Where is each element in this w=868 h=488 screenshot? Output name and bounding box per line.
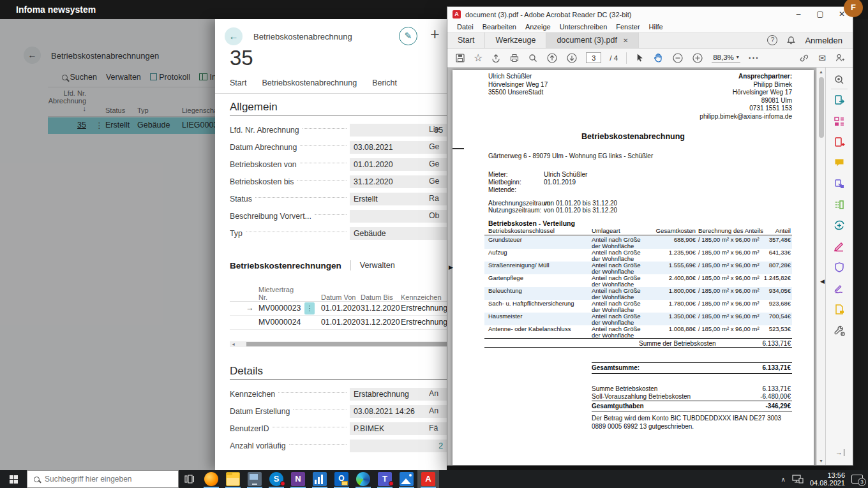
- tab-bericht[interactable]: Bericht: [372, 78, 397, 87]
- search-tools-icon[interactable]: [834, 74, 845, 85]
- part-verwalten-action[interactable]: Verwalten: [360, 261, 395, 270]
- hand-tool-icon[interactable]: [653, 52, 664, 63]
- scrollbar-thumb[interactable]: [819, 77, 824, 138]
- network-icon[interactable]: [792, 475, 804, 484]
- stamp-doc-icon[interactable]: [834, 304, 845, 315]
- request-signature-icon[interactable]: [835, 53, 845, 63]
- pdf-recipient-address: Ulrich SchüßlerHörvelsinger Weg 1735500 …: [488, 73, 548, 97]
- menu-anzeige[interactable]: Anzeige: [521, 23, 555, 31]
- next-page-icon[interactable]: [566, 52, 578, 64]
- section-details-heading[interactable]: Details: [230, 365, 263, 378]
- part-col-bis[interactable]: Datum Bis: [361, 293, 393, 301]
- combine-files-icon[interactable]: [834, 178, 845, 189]
- scrollbar-thumb[interactable]: [246, 342, 447, 346]
- tab-document[interactable]: document (3).pdf ✕: [546, 33, 639, 48]
- select-tool-icon[interactable]: [635, 53, 645, 63]
- part-row-1[interactable]: → MV0000023 ⋮ 01.01.2020 31.12.2020 Erst…: [230, 302, 447, 315]
- row-menu-icon[interactable]: ⋮: [304, 302, 315, 314]
- certificates-icon[interactable]: [834, 283, 845, 294]
- maximize-button[interactable]: ▢: [809, 7, 831, 22]
- tab-close-icon[interactable]: ✕: [623, 37, 628, 44]
- taskbar-photos-button[interactable]: [396, 470, 417, 488]
- tab-acrobat-werkzeuge[interactable]: Werkzeuge: [485, 33, 546, 48]
- start-button[interactable]: [0, 470, 27, 488]
- previous-page-icon[interactable]: [546, 52, 558, 64]
- part-heading[interactable]: Betriebskostenrechnungen: [230, 261, 341, 270]
- menu-fenster[interactable]: Fenster: [611, 23, 644, 31]
- part-col-kz[interactable]: Kennzeichen: [401, 293, 442, 301]
- menu-hilfe[interactable]: Hilfe: [645, 23, 668, 31]
- zoom-level-dropdown[interactable]: 88,3%▾: [712, 54, 740, 63]
- scroll-down-icon[interactable]: ▼: [819, 459, 823, 463]
- pdf-page[interactable]: Ulrich SchüßlerHörvelsinger Weg 1735500 …: [453, 70, 814, 465]
- acrobat-app-icon: A: [453, 10, 461, 18]
- tab-betriebskostenabrechnung[interactable]: Betriebskostenabrechnung: [262, 78, 357, 87]
- taskbar-firefox-button[interactable]: [200, 470, 222, 488]
- taskbar-acrobat-button[interactable]: A: [417, 470, 439, 488]
- acrobat-titlebar[interactable]: A document (3).pdf - Adobe Acrobat Reade…: [447, 7, 853, 22]
- taskbar-onenote-button[interactable]: N: [287, 470, 309, 488]
- edit-button[interactable]: ✎: [399, 27, 417, 45]
- part-horizontal-scrollbar[interactable]: ◄: [230, 341, 447, 347]
- share-icon[interactable]: [491, 53, 501, 63]
- taskbar-search[interactable]: [27, 470, 179, 488]
- section-allgemein-heading[interactable]: Allgemein: [230, 101, 278, 114]
- more-tools-icon[interactable]: [834, 325, 845, 336]
- page-number-input[interactable]: 3: [586, 52, 601, 63]
- taskbar-search-input[interactable]: [45, 475, 160, 484]
- taskbar-outlook-button[interactable]: O: [331, 470, 352, 488]
- tools-panel-collapse-icon[interactable]: ◀: [820, 278, 825, 285]
- signin-link[interactable]: Anmelden: [805, 36, 842, 45]
- infoma-list-page: ← Betriebskostenabrechnungen Suchen Verw…: [0, 19, 215, 470]
- taskbar-explorer-button[interactable]: [222, 470, 244, 488]
- print-icon[interactable]: [509, 53, 520, 63]
- find-icon[interactable]: [528, 53, 538, 63]
- organize-pages-icon[interactable]: [834, 115, 845, 127]
- compress-pdf-icon[interactable]: [834, 199, 845, 211]
- taskbar-dynamics-button[interactable]: [309, 470, 331, 488]
- part-col-nr[interactable]: MietvertragNr.: [258, 286, 294, 301]
- card-back-button[interactable]: ←: [225, 27, 243, 45]
- create-pdf-icon[interactable]: [834, 137, 845, 148]
- panel-expand-icon[interactable]: →: [835, 449, 844, 456]
- taskbar-remote-desktop-button[interactable]: [244, 470, 266, 488]
- field-anzahl-vorlaeufig-link[interactable]: 2: [350, 440, 447, 452]
- protect-pdf-icon[interactable]: [834, 262, 845, 273]
- menu-bearbeiten[interactable]: Bearbeiten: [478, 23, 521, 31]
- part-row-nr[interactable]: MV0000023: [258, 304, 301, 313]
- taskbar-edge-button[interactable]: [352, 470, 374, 488]
- menu-datei[interactable]: Datei: [453, 23, 478, 31]
- convert-pdf-icon[interactable]: [834, 219, 845, 231]
- new-record-button[interactable]: +: [430, 25, 440, 43]
- part-row-nr[interactable]: MV0000024: [258, 318, 301, 327]
- comment-icon[interactable]: [834, 157, 845, 168]
- taskbar-skype-button[interactable]: S: [266, 470, 287, 488]
- field-typ-input[interactable]: Gebäude: [350, 227, 447, 240]
- help-icon[interactable]: ?: [767, 35, 777, 45]
- part-col-von[interactable]: Datum Von: [321, 293, 355, 301]
- share-link-icon[interactable]: [799, 53, 809, 63]
- menu-unterschreiben[interactable]: Unterschreiben: [555, 23, 612, 31]
- notifications-bell-icon[interactable]: [786, 36, 796, 45]
- taskbar-teams-button[interactable]: T: [374, 470, 396, 488]
- task-view-button[interactable]: [179, 470, 200, 488]
- export-pdf-icon[interactable]: [834, 94, 845, 106]
- minimize-button[interactable]: –: [788, 7, 809, 22]
- nav-panel-expand-icon[interactable]: ▶: [449, 264, 453, 270]
- scroll-up-icon[interactable]: ▲: [819, 70, 823, 74]
- email-icon[interactable]: ✉: [818, 53, 826, 63]
- part-row-2[interactable]: MV0000024 01.01.2020 31.12.2020 Erstrech…: [230, 316, 447, 329]
- taskbar-clock[interactable]: 13:56 04.08.2021: [810, 471, 845, 487]
- zoom-in-icon[interactable]: [692, 52, 703, 64]
- action-center-icon[interactable]: 3: [851, 475, 863, 484]
- tab-start[interactable]: Start: [230, 78, 246, 87]
- tray-chevron-icon[interactable]: ∧: [781, 476, 786, 483]
- scroll-left-icon[interactable]: ◄: [231, 341, 236, 347]
- save-icon[interactable]: [455, 53, 465, 63]
- toolbar-overflow-icon[interactable]: ···: [749, 53, 760, 63]
- tab-acrobat-start[interactable]: Start: [447, 33, 485, 48]
- document-vertical-scrollbar[interactable]: ▲ ▼: [816, 68, 825, 465]
- fill-sign-icon[interactable]: [834, 240, 845, 252]
- zoom-out-icon[interactable]: [672, 52, 684, 64]
- favorite-star-icon[interactable]: ☆: [474, 53, 483, 63]
